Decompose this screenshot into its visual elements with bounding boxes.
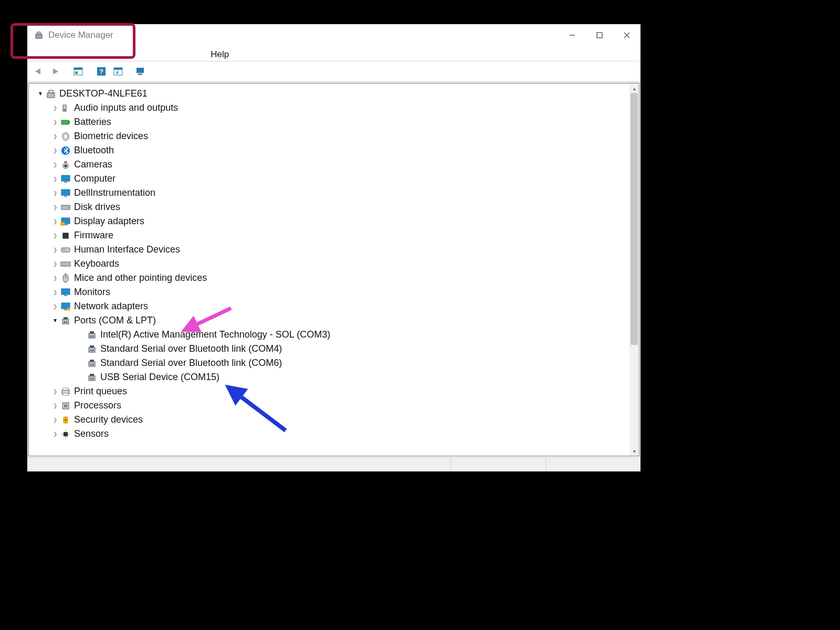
fingerprint-icon xyxy=(60,131,71,142)
chevron-right-icon[interactable] xyxy=(51,172,59,186)
svg-rect-28 xyxy=(64,182,67,183)
tree-row-cat-17[interactable]: Processors xyxy=(32,398,629,413)
svg-rect-3 xyxy=(597,33,602,38)
svg-rect-76 xyxy=(92,378,93,380)
menubar: File Action View Help xyxy=(27,46,640,61)
tree-row-cat-11[interactable]: Keyboards xyxy=(32,257,629,271)
tree-row-cat-15-child-3[interactable]: USB Serial Device (COM15) xyxy=(32,370,629,384)
svg-rect-84 xyxy=(64,432,68,436)
chevron-right-icon[interactable] xyxy=(51,214,59,228)
svg-rect-67 xyxy=(90,350,91,351)
svg-rect-53 xyxy=(64,295,67,296)
tree-row-cat-5[interactable]: Computer xyxy=(32,172,629,186)
chevron-right-icon[interactable] xyxy=(51,285,59,299)
chevron-right-icon[interactable] xyxy=(51,243,59,257)
printer-icon xyxy=(60,386,71,397)
chevron-right-icon[interactable] xyxy=(51,143,59,158)
chip-icon xyxy=(60,230,71,241)
tree-row-cat-9[interactable]: Firmware xyxy=(32,228,629,243)
tree-row-cat-3[interactable]: Bluetooth xyxy=(32,143,629,158)
help-button[interactable]: ? xyxy=(94,65,108,78)
tree-row-cat-15-child-2[interactable]: Standard Serial over Bluetooth link (COM… xyxy=(32,356,629,370)
svg-rect-63 xyxy=(90,335,91,337)
scroll-track[interactable] xyxy=(629,93,639,446)
chevron-down-icon[interactable] xyxy=(51,313,59,328)
tree-row-cat-13[interactable]: Monitors xyxy=(32,285,629,299)
chevron-right-icon[interactable] xyxy=(51,299,59,313)
scroll-up-button[interactable]: ▴ xyxy=(629,83,639,93)
svg-rect-57 xyxy=(62,319,69,324)
svg-rect-19 xyxy=(61,120,69,124)
tree-label: Intel(R) Active Management Technology - … xyxy=(100,328,330,342)
tree-label: Batteries xyxy=(74,115,111,129)
back-button[interactable] xyxy=(32,65,45,78)
scan-hardware-button[interactable] xyxy=(111,65,125,78)
scroll-thumb[interactable] xyxy=(631,93,638,345)
device-tree[interactable]: DESKTOP-4NLFE61Audio inputs and outputsB… xyxy=(29,83,629,456)
chevron-right-icon[interactable] xyxy=(51,228,59,243)
chevron-right-icon[interactable] xyxy=(51,115,59,129)
tree-row-cat-10[interactable]: Human Interface Devices xyxy=(32,243,629,257)
tree-row-cat-1[interactable]: Batteries xyxy=(32,115,629,129)
chevron-right-icon[interactable] xyxy=(51,158,59,172)
tree-row-cat-7[interactable]: Disk drives xyxy=(32,200,629,214)
chevron-right-icon[interactable] xyxy=(51,257,59,271)
port-icon xyxy=(60,316,71,326)
chevron-right-icon[interactable] xyxy=(51,271,59,285)
vertical-scrollbar[interactable]: ▴ ▾ xyxy=(629,83,639,456)
tree-row-cat-2[interactable]: Biometric devices xyxy=(32,129,629,143)
scroll-down-button[interactable]: ▾ xyxy=(629,446,639,456)
chevron-right-icon[interactable] xyxy=(51,101,59,115)
chevron-right-icon[interactable] xyxy=(51,413,59,427)
svg-rect-13 xyxy=(136,68,144,73)
forward-button[interactable] xyxy=(48,65,62,78)
tree-row-cat-19[interactable]: Sensors xyxy=(32,427,629,441)
svg-rect-75 xyxy=(90,378,91,380)
tree-row-cat-15-child-1[interactable]: Standard Serial over Bluetooth link (COM… xyxy=(32,342,629,356)
network-icon xyxy=(60,301,71,312)
svg-point-22 xyxy=(64,134,68,139)
window-title: Device Manager xyxy=(48,30,113,40)
maximize-button[interactable] xyxy=(586,24,613,46)
svg-rect-16 xyxy=(49,90,53,93)
chevron-down-icon[interactable] xyxy=(36,87,45,101)
chevron-right-icon[interactable] xyxy=(51,384,59,398)
chevron-right-icon[interactable] xyxy=(51,200,59,214)
chevron-right-icon[interactable] xyxy=(51,129,59,143)
properties-button[interactable] xyxy=(71,65,85,78)
svg-rect-30 xyxy=(64,196,67,197)
cpu-icon xyxy=(60,401,71,411)
svg-rect-15 xyxy=(47,93,55,98)
security-icon xyxy=(60,415,71,425)
tree-label: Standard Serial over Bluetooth link (COM… xyxy=(100,356,282,370)
tree-row-cat-18[interactable]: Security devices xyxy=(32,413,629,427)
tree-row-cat-4[interactable]: Cameras xyxy=(32,158,629,172)
tree-row-cat-6[interactable]: DellInstrumentation xyxy=(32,186,629,200)
port-icon xyxy=(87,330,97,340)
minimize-button[interactable] xyxy=(559,24,586,46)
svg-rect-12 xyxy=(114,68,122,70)
close-button[interactable] xyxy=(613,24,640,46)
tree-label: Standard Serial over Bluetooth link (COM… xyxy=(100,342,282,356)
tree-row-cat-15[interactable]: Ports (COM & LPT) xyxy=(32,313,629,328)
tree-row-cat-15-child-0[interactable]: Intel(R) Active Management Technology - … xyxy=(32,328,629,342)
keyboard-icon xyxy=(60,259,71,269)
svg-rect-27 xyxy=(61,175,70,181)
tree-row-root[interactable]: DESKTOP-4NLFE61 xyxy=(32,87,629,101)
chevron-right-icon[interactable] xyxy=(51,398,59,413)
svg-rect-7 xyxy=(74,68,82,70)
bluetooth-icon xyxy=(60,145,71,156)
titlebar[interactable]: Device Manager xyxy=(27,24,640,46)
tree-label: Cameras xyxy=(74,158,112,172)
chevron-right-icon[interactable] xyxy=(51,427,59,441)
show-hidden-button[interactable] xyxy=(134,65,148,78)
chevron-right-icon[interactable] xyxy=(51,186,59,200)
tree-row-cat-14[interactable]: Network adapters xyxy=(32,299,629,313)
menu-help[interactable]: Help xyxy=(211,49,229,60)
tree-row-cat-12[interactable]: Mice and other pointing devices xyxy=(32,271,629,285)
svg-rect-60 xyxy=(66,321,67,323)
tree-row-cat-0[interactable]: Audio inputs and outputs xyxy=(32,101,629,115)
tree-row-cat-16[interactable]: Print queues xyxy=(32,384,629,398)
tree-row-cat-8[interactable]: Display adapters xyxy=(32,214,629,228)
status-cell-2 xyxy=(450,458,545,471)
